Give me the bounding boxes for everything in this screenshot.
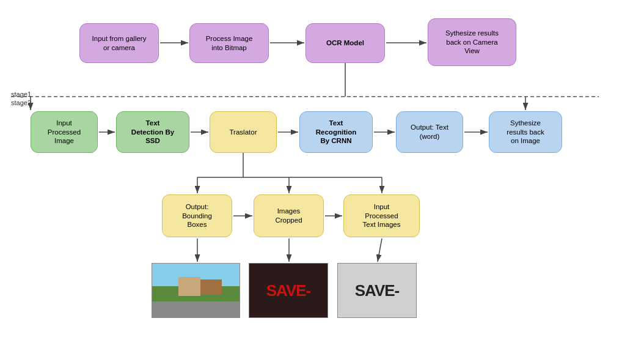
box-text-detection: TextDetection BySSD [116, 111, 189, 153]
box-input-gallery: Input from galleryor camera [79, 23, 159, 63]
diagram-container: stage1 stage2 Input from galleryor camer… [0, 0, 644, 340]
box-synthesize-camera: Sythesize resultsback on CameraView [428, 18, 516, 66]
box-synthesize-image: Sythesizeresults backon Image [489, 111, 562, 153]
box-traslator: Traslator [210, 111, 277, 153]
box-bounding-boxes: Output:BoundingBoxes [162, 194, 232, 237]
stage1-label: stage1 [11, 91, 31, 98]
svg-line-20 [378, 238, 382, 262]
image-street [152, 263, 240, 318]
stage2-label: stage2 [11, 99, 31, 106]
image-save-red: SAVE- [249, 263, 328, 318]
box-ocr-model: OCR Model [306, 23, 385, 63]
box-process-bitmap: Process Imageinto Bitmap [189, 23, 269, 63]
box-text-recognition: TextRecognitionBy CRNN [299, 111, 373, 153]
box-input-text-images: InputProcessedText Images [343, 194, 420, 237]
box-input-processed-image: InputProcessedImage [31, 111, 98, 153]
box-output-text: Output: Text(word) [396, 111, 463, 153]
box-images-cropped: ImagesCropped [254, 194, 324, 237]
image-save-gray: SAVE- [337, 263, 417, 318]
